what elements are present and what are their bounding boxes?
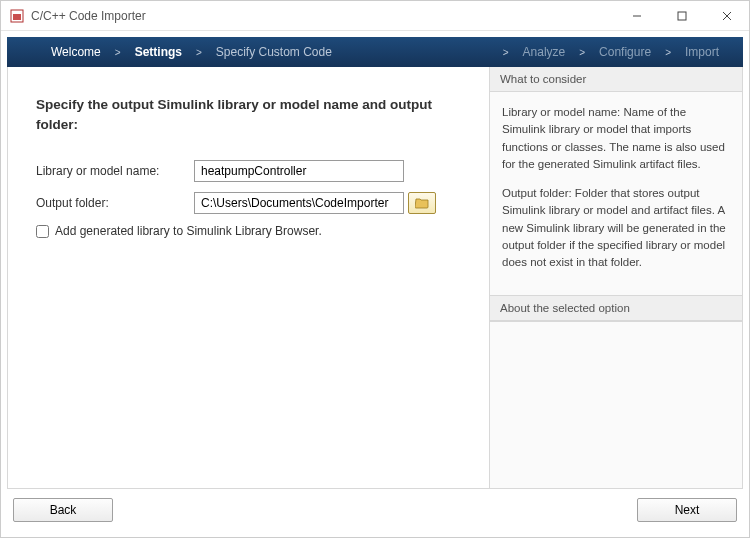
chevron-icon: > <box>493 47 519 58</box>
chevron-icon: > <box>105 47 131 58</box>
what-to-consider-body: Library or model name: Name of the Simul… <box>490 92 742 295</box>
add-to-library-browser-checkbox[interactable] <box>36 225 49 238</box>
next-button[interactable]: Next <box>637 498 737 522</box>
folder-icon <box>415 197 429 209</box>
window-controls <box>614 1 749 31</box>
about-selected-body <box>490 321 742 488</box>
settings-form: Specify the output Simulink library or m… <box>8 67 489 488</box>
library-name-input[interactable] <box>194 160 404 182</box>
chevron-icon: > <box>569 47 595 58</box>
back-button[interactable]: Back <box>13 498 113 522</box>
minimize-button[interactable] <box>614 1 659 31</box>
library-name-label: Library or model name: <box>36 164 194 178</box>
step-configure[interactable]: Configure <box>595 45 655 59</box>
svg-rect-3 <box>678 12 686 20</box>
step-welcome[interactable]: Welcome <box>47 45 105 59</box>
help-text: Library or model name: Name of the Simul… <box>502 104 730 173</box>
about-selected-header: About the selected option <box>490 295 742 321</box>
add-to-library-browser-label: Add generated library to Simulink Librar… <box>55 224 322 238</box>
footer: Back Next <box>7 489 743 531</box>
browse-folder-button[interactable] <box>408 192 436 214</box>
step-bar: Welcome > Settings > Specify Custom Code… <box>7 37 743 67</box>
svg-rect-1 <box>13 14 21 20</box>
maximize-button[interactable] <box>659 1 704 31</box>
output-folder-input[interactable] <box>194 192 404 214</box>
chevron-icon: > <box>655 47 681 58</box>
help-text: Output folder: Folder that stores output… <box>502 185 730 271</box>
page-heading: Specify the output Simulink library or m… <box>36 95 469 134</box>
help-panel: What to consider Library or model name: … <box>489 67 742 488</box>
app-icon <box>9 8 25 24</box>
what-to-consider-header: What to consider <box>490 67 742 92</box>
step-settings[interactable]: Settings <box>131 45 186 59</box>
chevron-icon: > <box>186 47 212 58</box>
titlebar: C/C++ Code Importer <box>1 1 749 31</box>
output-folder-label: Output folder: <box>36 196 194 210</box>
step-import[interactable]: Import <box>681 45 723 59</box>
step-specify-custom-code[interactable]: Specify Custom Code <box>212 45 336 59</box>
close-button[interactable] <box>704 1 749 31</box>
window-title: C/C++ Code Importer <box>31 9 614 23</box>
step-analyze[interactable]: Analyze <box>519 45 570 59</box>
